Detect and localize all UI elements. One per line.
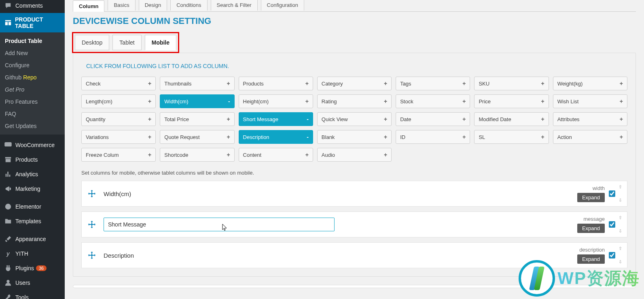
column-chip[interactable]: Tags+ bbox=[396, 77, 470, 90]
column-chip[interactable]: Length(cm)+ bbox=[81, 94, 156, 108]
column-chip[interactable]: Wish List+ bbox=[553, 94, 627, 108]
chip-label: Date bbox=[400, 116, 411, 122]
column-chip[interactable]: Modified Date+ bbox=[474, 112, 549, 126]
column-chip[interactable]: Quantity+ bbox=[81, 112, 156, 126]
column-label[interactable]: Description bbox=[104, 252, 556, 259]
column-chip[interactable]: Short Message- bbox=[239, 112, 313, 126]
column-chip[interactable]: Stock+ bbox=[396, 94, 470, 108]
chip-label: Attributes bbox=[557, 116, 580, 122]
column-enabled-checkbox[interactable] bbox=[609, 221, 615, 228]
column-chip[interactable]: SL+ bbox=[474, 130, 549, 144]
plus-icon: + bbox=[384, 152, 387, 158]
column-label-input[interactable] bbox=[104, 218, 335, 231]
move-up-icon[interactable]: ⇧ bbox=[619, 184, 622, 190]
sidebar-item-marketing[interactable]: Marketing bbox=[0, 182, 65, 196]
minus-icon: - bbox=[228, 98, 230, 105]
column-chip[interactable]: Shortcode+ bbox=[160, 148, 234, 162]
reorder-arrows: ⇧⇩ bbox=[619, 246, 622, 265]
device-tab-desktop[interactable]: Desktop bbox=[75, 35, 109, 50]
svg-point-2 bbox=[6, 280, 9, 283]
tab-design[interactable]: Design bbox=[139, 0, 167, 11]
sidebar-item-product-table[interactable]: PRODUCT TABLE bbox=[0, 13, 65, 32]
sidebar-item-yith[interactable]: y YITH bbox=[0, 246, 65, 261]
column-chip[interactable]: Width(cm)- bbox=[160, 94, 234, 108]
column-chip[interactable]: Thumbnails+ bbox=[160, 77, 234, 90]
move-up-icon[interactable]: ⇧ bbox=[619, 215, 622, 220]
chip-label: SKU bbox=[479, 81, 489, 87]
column-chip[interactable]: Check+ bbox=[81, 77, 156, 90]
plus-icon: + bbox=[384, 80, 387, 87]
move-down-icon[interactable]: ⇩ bbox=[619, 229, 622, 234]
column-chip[interactable]: Weight(kg)+ bbox=[553, 77, 627, 90]
drag-handle-icon[interactable] bbox=[87, 250, 97, 261]
move-up-icon[interactable]: ⇧ bbox=[619, 246, 622, 251]
sidebar-item-elementor[interactable]: Elementor bbox=[0, 199, 65, 214]
chip-label: Width(cm) bbox=[164, 98, 188, 105]
submenu-get-pro[interactable]: Get Pro bbox=[0, 83, 65, 96]
submenu-faq[interactable]: FAQ bbox=[0, 108, 65, 120]
submenu-configure[interactable]: Configure bbox=[0, 59, 65, 71]
column-chip[interactable]: ID+ bbox=[396, 130, 470, 144]
column-chip[interactable]: Variations+ bbox=[81, 130, 156, 144]
tab-conditions[interactable]: Conditions bbox=[170, 0, 207, 11]
sidebar-item-appearance[interactable]: Appearance bbox=[0, 232, 65, 246]
svg-point-4 bbox=[91, 224, 93, 225]
sidebar-item-templates[interactable]: Templates bbox=[0, 214, 65, 229]
plus-icon: + bbox=[148, 80, 151, 87]
column-label[interactable]: Width(cm) bbox=[104, 190, 556, 197]
sidebar-item-woocommerce[interactable]: WooCommerce bbox=[0, 138, 65, 152]
yith-icon: y bbox=[4, 250, 12, 258]
column-chip[interactable]: Quick View+ bbox=[317, 112, 392, 126]
sidebar-item-comments[interactable]: Comments bbox=[0, 0, 65, 13]
column-chip[interactable]: Quote Request+ bbox=[160, 130, 234, 144]
plus-icon: + bbox=[462, 98, 466, 105]
sidebar-item-analytics[interactable]: Analytics bbox=[0, 167, 65, 182]
column-chip[interactable]: Attributes+ bbox=[553, 112, 627, 126]
expand-button[interactable]: Expand bbox=[577, 224, 605, 233]
move-down-icon[interactable]: ⇩ bbox=[619, 198, 622, 203]
submenu-add-new[interactable]: Add New bbox=[0, 47, 65, 59]
sidebar-item-users[interactable]: Users bbox=[0, 276, 65, 288]
column-chip[interactable]: Products+ bbox=[239, 77, 313, 90]
device-tab-mobile[interactable]: Mobile bbox=[145, 35, 176, 50]
column-enabled-checkbox[interactable] bbox=[609, 252, 615, 258]
column-chip[interactable]: Audio+ bbox=[317, 148, 392, 162]
column-chip[interactable]: Category+ bbox=[317, 77, 392, 90]
tab-configuration[interactable]: Configuration bbox=[261, 0, 304, 11]
sidebar-label: Elementor bbox=[15, 203, 41, 210]
submenu-get-updates[interactable]: Get Updates bbox=[0, 120, 65, 132]
tab-column[interactable]: Column bbox=[73, 0, 104, 12]
brush-icon bbox=[4, 235, 12, 243]
chip-label: Action bbox=[557, 134, 572, 140]
column-chip[interactable]: Date+ bbox=[396, 112, 470, 126]
drag-handle-icon[interactable] bbox=[87, 188, 97, 199]
column-enabled-checkbox[interactable] bbox=[609, 190, 615, 197]
column-chip[interactable]: SKU+ bbox=[474, 77, 549, 90]
submenu-pro-features[interactable]: Pro Features bbox=[0, 96, 65, 108]
column-chip[interactable]: Description- bbox=[239, 130, 313, 144]
device-tab-tablet[interactable]: Tablet bbox=[112, 35, 141, 50]
chip-label: Height(cm) bbox=[243, 98, 269, 105]
expand-button[interactable]: Expand bbox=[577, 193, 605, 202]
move-down-icon[interactable]: ⇩ bbox=[619, 259, 622, 265]
column-chip[interactable]: Rating+ bbox=[317, 94, 392, 108]
plus-icon: + bbox=[620, 98, 623, 105]
plus-icon: + bbox=[541, 116, 544, 122]
sidebar-item-products[interactable]: Products bbox=[0, 152, 65, 167]
submenu-product-table[interactable]: Product Table bbox=[0, 35, 65, 47]
column-chip[interactable]: Blank+ bbox=[317, 130, 392, 144]
reorder-arrows: ⇧⇩ bbox=[619, 184, 622, 203]
chip-label: Tags bbox=[400, 81, 411, 87]
submenu-github-repo[interactable]: Github Repo bbox=[0, 71, 65, 83]
column-chip[interactable]: Action+ bbox=[553, 130, 627, 144]
drag-handle-icon[interactable] bbox=[87, 219, 97, 230]
column-chip[interactable]: Total Price+ bbox=[160, 112, 234, 126]
expand-button[interactable]: Expand bbox=[577, 254, 605, 264]
tab-search-filter[interactable]: Search & Filter bbox=[211, 0, 258, 11]
column-chip[interactable]: Content+ bbox=[239, 148, 313, 162]
tab-basics[interactable]: Basics bbox=[108, 0, 135, 11]
sidebar-item-plugins[interactable]: Plugins 36 bbox=[0, 261, 65, 276]
column-chip[interactable]: Height(cm)+ bbox=[239, 94, 313, 108]
column-chip[interactable]: Freeze Colum+ bbox=[81, 148, 156, 162]
column-chip[interactable]: Price+ bbox=[474, 94, 549, 108]
